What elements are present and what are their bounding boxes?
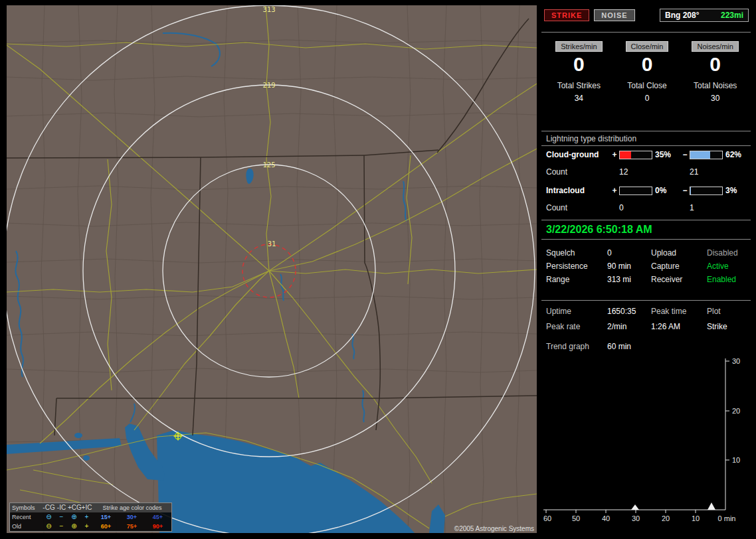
divider <box>541 145 751 146</box>
recent-pos-cg-icon: ⊕ <box>68 514 80 520</box>
intracloud-label: Intracloud <box>546 186 610 195</box>
trend-x-tick: 10 <box>692 514 700 522</box>
total-strikes-value: 34 <box>545 94 613 103</box>
legend-col-neg-cg: -CG <box>43 504 55 511</box>
range-ring-label: 125 <box>263 161 276 169</box>
total-close-label: Total Close <box>613 81 682 90</box>
legend-old-label: Old <box>10 523 43 530</box>
range-value: 313 mi <box>607 275 651 284</box>
noises-per-min-value: 0 <box>681 54 749 75</box>
intracloud-pos-pct: 0% <box>652 186 680 195</box>
cloud-ground-neg-count: 21 <box>690 167 723 177</box>
count-label: Count <box>546 203 610 212</box>
trend-x-tick: 20 <box>662 514 670 522</box>
cloud-ground-pos-bar <box>619 151 652 159</box>
settings-row: Persistence 90 min Capture Active <box>546 262 749 271</box>
capture-value: Active <box>707 262 749 271</box>
lightning-map[interactable]: 313 219 125 31 Symbols -CG -IC +CG +IC S… <box>7 5 537 533</box>
close-per-min-column: Close/min 0 Total Close 0 <box>613 41 682 103</box>
noises-per-min-label: Noises/min <box>692 41 738 52</box>
strikes-per-min-value: 0 <box>545 54 613 75</box>
settings-row: Squelch 0 Upload Disabled <box>546 248 749 258</box>
age-code-15: 15+ <box>93 514 119 520</box>
receiver-label: Receiver <box>651 275 707 284</box>
distribution-title: Lightning type distribution <box>546 134 636 143</box>
age-code-75: 75+ <box>119 523 145 530</box>
peak-rate-label: Peak rate <box>546 322 607 331</box>
bar-fill <box>690 187 691 194</box>
trend-graph-row: Trend graph 60 min <box>546 342 749 351</box>
age-code-60: 60+ <box>93 523 119 530</box>
cloud-ground-pos-count: 12 <box>619 167 652 177</box>
divider <box>541 32 751 33</box>
copyright-text: ©2005 Astrogenic Systems <box>454 525 534 532</box>
plus-sign: + <box>610 150 619 159</box>
legend-symbols-header: Symbols <box>10 504 43 511</box>
peak-time-label: Peak time <box>651 307 707 316</box>
trend-strike-spikes <box>631 502 715 510</box>
strikes-per-min-label: Strikes/min <box>555 41 602 52</box>
toolbar: STRIKE NOISE Bng 208° 223mi <box>544 9 749 22</box>
strike-indicator-button[interactable]: STRIKE <box>544 9 589 21</box>
intracloud-count-row: Count 0 1 <box>546 203 749 212</box>
symbol-legend: Symbols -CG -IC +CG +IC Strike age color… <box>9 502 172 532</box>
old-neg-cg-icon: ⊖ <box>43 523 55 530</box>
persistence-value: 90 min <box>607 262 651 271</box>
range-ring-label: 31 <box>268 240 276 248</box>
old-pos-cg-icon: ⊕ <box>68 523 80 530</box>
settings-row: Range 313 mi Receiver Enabled <box>546 275 749 284</box>
minus-sign: − <box>680 186 690 195</box>
divider <box>541 220 751 220</box>
rate-counters: Strikes/min 0 Total Strikes 34 Close/min… <box>545 41 749 103</box>
range-label: Range <box>546 275 607 284</box>
legend-col-neg-ic: -IC <box>55 504 68 511</box>
noise-indicator-button[interactable]: NOISE <box>594 9 634 21</box>
plot-value: Strike <box>707 322 749 331</box>
trend-x-tick: 60 <box>543 514 551 522</box>
trend-graph-duration: 60 min <box>607 342 651 351</box>
peak-time-value: 1:26 AM <box>651 322 707 331</box>
bar-fill <box>620 151 631 159</box>
uptime-label: Uptime <box>546 307 607 316</box>
total-close-value: 0 <box>613 94 682 103</box>
cloud-ground-neg-bar <box>690 151 723 159</box>
recent-neg-ic-icon: − <box>55 514 68 520</box>
recent-neg-cg-icon: ⊖ <box>43 514 55 520</box>
trend-y-tick: 20 <box>732 407 740 415</box>
bearing-readout: Bng 208° 223mi <box>660 9 749 22</box>
age-code-45: 45+ <box>145 514 171 520</box>
range-ring-label: 313 <box>263 5 276 13</box>
trend-x-tick: 30 <box>632 514 640 522</box>
upload-value: Disabled <box>707 248 749 258</box>
map-canvas: 313 219 125 31 <box>7 5 537 533</box>
count-label: Count <box>546 167 610 177</box>
trend-y-tick: 10 <box>732 456 740 464</box>
cloud-ground-pos-pct: 35% <box>652 150 680 159</box>
intracloud-pos-count: 0 <box>619 203 652 212</box>
divider <box>541 300 751 301</box>
cloud-ground-count-row: Count 12 21 <box>546 167 749 177</box>
close-per-min-label: Close/min <box>626 41 669 52</box>
distance-value: 223mi <box>721 11 743 20</box>
upload-label: Upload <box>651 248 707 258</box>
intracloud-neg-pct: 3% <box>723 186 747 195</box>
divider <box>541 239 751 240</box>
trend-x-tick: 50 <box>572 514 580 522</box>
legend-age-header: Strike age color codes <box>93 504 171 511</box>
stats-row: Uptime 1650:35 Peak time Plot <box>546 307 749 316</box>
cloud-ground-row: Cloud-ground + 35% − 62% <box>546 150 749 159</box>
bar-fill <box>690 151 710 159</box>
legend-col-pos-cg: +CG <box>68 504 80 511</box>
peak-rate-value: 2/min <box>607 322 651 331</box>
trend-x-tick: 40 <box>602 514 610 522</box>
capture-label: Capture <box>651 262 707 271</box>
minus-sign: − <box>680 150 690 159</box>
old-pos-ic-icon: + <box>80 523 93 530</box>
stats-row: Peak rate 2/min 1:26 AM Strike <box>546 322 749 331</box>
uptime-value: 1650:35 <box>607 307 651 316</box>
intracloud-neg-bar <box>690 187 723 195</box>
trend-graph-label: Trend graph <box>546 342 607 351</box>
cloud-ground-neg-pct: 62% <box>723 150 747 159</box>
persistence-label: Persistence <box>546 262 607 271</box>
recent-pos-ic-icon: + <box>80 514 93 520</box>
